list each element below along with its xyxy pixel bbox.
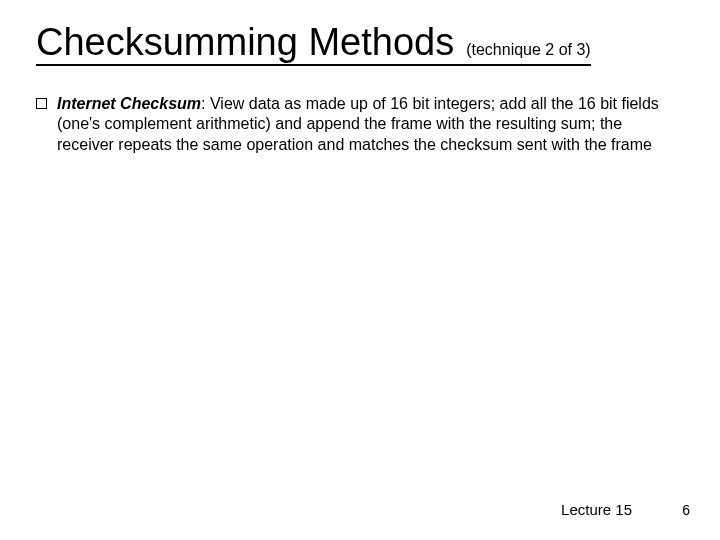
- slide-title: Checksumming Methods (technique 2 of 3): [36, 22, 591, 66]
- slide-footer: Lecture 15 6: [0, 501, 720, 518]
- title-sub: (technique 2 of 3): [466, 41, 591, 59]
- title-main: Checksumming Methods: [36, 22, 454, 64]
- bullet-text: Internet Checksum: View data as made up …: [57, 94, 676, 155]
- bullet-item: Internet Checksum: View data as made up …: [36, 94, 676, 155]
- slide: Checksumming Methods (technique 2 of 3) …: [0, 0, 720, 540]
- bullet-emphasis: Internet Checksum: [57, 95, 201, 112]
- slide-body: Internet Checksum: View data as made up …: [36, 94, 684, 155]
- square-bullet-icon: [36, 98, 47, 109]
- lecture-label: Lecture 15: [561, 501, 632, 518]
- page-number: 6: [672, 502, 690, 518]
